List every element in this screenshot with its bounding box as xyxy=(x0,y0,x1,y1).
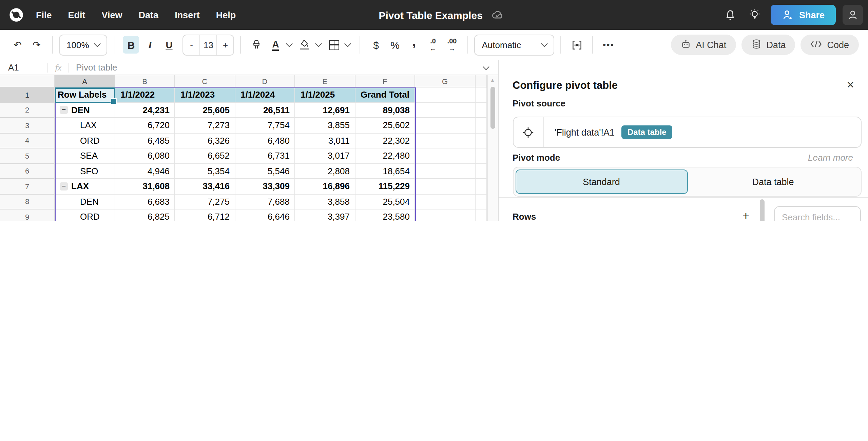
vertical-scrollbar-thumb[interactable] xyxy=(490,87,495,129)
cell-A1[interactable]: Row Labels xyxy=(55,87,115,103)
cell-F2[interactable]: 89,038 xyxy=(355,103,415,118)
underline-button[interactable]: U xyxy=(161,36,177,54)
fill-color-button[interactable] xyxy=(297,36,313,54)
cell-C7[interactable]: 33,416 xyxy=(175,179,235,194)
cell-E9[interactable]: 3,397 xyxy=(295,209,355,221)
cell-G3[interactable] xyxy=(415,118,475,133)
cell-C5[interactable]: 6,652 xyxy=(175,148,235,164)
cell-A5[interactable]: SEA xyxy=(55,148,115,164)
row-header-3[interactable]: 3 xyxy=(0,118,55,133)
learn-more-link[interactable]: Learn more xyxy=(808,153,853,163)
cell-G9[interactable] xyxy=(415,209,475,221)
paint-format-icon[interactable] xyxy=(249,36,265,54)
cell-D9[interactable]: 6,646 xyxy=(235,209,295,221)
cell-D4[interactable]: 6,480 xyxy=(235,133,295,148)
decrease-decimal-button[interactable]: .0← xyxy=(425,36,441,54)
cell-D2[interactable]: 26,511 xyxy=(235,103,295,118)
formula-bar-expand-chevron[interactable] xyxy=(482,63,489,70)
cell-C4[interactable]: 6,326 xyxy=(175,133,235,148)
redo-button[interactable]: ↷ xyxy=(28,36,45,54)
cell-D1[interactable]: 1/1/2024 xyxy=(235,87,295,103)
column-header-F[interactable]: F xyxy=(355,75,415,87)
search-fields-input[interactable] xyxy=(774,206,861,221)
text-color-chevron-icon[interactable] xyxy=(286,40,293,47)
text-overflow-icon[interactable] xyxy=(569,36,585,54)
number-format-select[interactable]: Automatic xyxy=(475,34,555,55)
cell-C6[interactable]: 5,354 xyxy=(175,164,235,179)
cell-F8[interactable]: 25,504 xyxy=(355,194,415,209)
row-header-7[interactable]: 7 xyxy=(0,179,55,194)
cell-E3[interactable]: 3,855 xyxy=(295,118,355,133)
cell-D5[interactable]: 6,731 xyxy=(235,148,295,164)
undo-button[interactable]: ↶ xyxy=(9,36,26,54)
document-title[interactable]: Pivot Table Examples xyxy=(379,9,483,21)
cell-B5[interactable]: 6,080 xyxy=(115,148,175,164)
italic-button[interactable]: I xyxy=(142,36,158,54)
cell-C2[interactable]: 25,605 xyxy=(175,103,235,118)
currency-format-button[interactable]: $ xyxy=(368,36,384,54)
spreadsheet-grid[interactable]: ABCDEFG1Row Labels1/1/20221/1/20231/1/20… xyxy=(0,75,498,221)
add-field-button[interactable]: + xyxy=(739,209,753,221)
scroll-up-arrow[interactable]: ▲ xyxy=(487,77,498,83)
column-header-D[interactable]: D xyxy=(235,75,295,87)
pivot-source-ref[interactable]: 'Flight data'!A1 xyxy=(555,127,615,137)
cell-A7[interactable]: −LAX xyxy=(55,179,115,194)
column-header-E[interactable]: E xyxy=(295,75,355,87)
cell-B3[interactable]: 6,720 xyxy=(115,118,175,133)
column-header-B[interactable]: B xyxy=(115,75,175,87)
cell-A3[interactable]: LAX xyxy=(55,118,115,133)
row-header-2[interactable]: 2 xyxy=(0,103,55,118)
column-header-A[interactable]: A xyxy=(55,75,115,87)
row-toggle-collapse[interactable]: − xyxy=(60,106,68,114)
pivot-mode-option-standard[interactable]: Standard xyxy=(515,169,688,194)
menu-view[interactable]: View xyxy=(102,10,122,20)
cell-B4[interactable]: 6,485 xyxy=(115,133,175,148)
pivot-mode-option-data-table[interactable]: Data table xyxy=(688,169,859,194)
cell-F5[interactable]: 22,480 xyxy=(355,148,415,164)
cell-F4[interactable]: 22,302 xyxy=(355,133,415,148)
cell-A9[interactable]: ORD xyxy=(55,209,115,221)
cell-A8[interactable]: DEN xyxy=(55,194,115,209)
borders-button[interactable] xyxy=(326,36,342,54)
row-header-9[interactable]: 9 xyxy=(0,209,55,221)
select-range-target-icon[interactable] xyxy=(513,117,544,147)
menu-help[interactable]: Help xyxy=(216,10,236,20)
cell-E6[interactable]: 2,808 xyxy=(295,164,355,179)
cell-B7[interactable]: 31,608 xyxy=(115,179,175,194)
feedback-lightbulb-icon[interactable] xyxy=(746,6,764,24)
row-toggle-collapse[interactable]: − xyxy=(60,182,68,191)
zoom-select[interactable]: 100% xyxy=(59,34,108,55)
cell-C8[interactable]: 7,275 xyxy=(175,194,235,209)
percent-format-button[interactable]: % xyxy=(387,36,403,54)
cell-D7[interactable]: 33,309 xyxy=(235,179,295,194)
vertical-scrollbar[interactable]: ▲ ▼ xyxy=(487,75,498,221)
cell-E7[interactable]: 16,896 xyxy=(295,179,355,194)
cell-B6[interactable]: 4,946 xyxy=(115,164,175,179)
cell-F3[interactable]: 25,602 xyxy=(355,118,415,133)
cell-C9[interactable]: 6,712 xyxy=(175,209,235,221)
pivot-source-box[interactable]: 'Flight data'!A1 Data table xyxy=(513,117,861,148)
close-icon[interactable]: ✕ xyxy=(847,79,854,90)
cell-G5[interactable] xyxy=(415,148,475,164)
cell-E5[interactable]: 3,017 xyxy=(295,148,355,164)
code-panel-button[interactable]: Code xyxy=(801,35,859,55)
more-options-button[interactable]: ••• xyxy=(601,36,617,54)
cell-G8[interactable] xyxy=(415,194,475,209)
cell-A4[interactable]: ORD xyxy=(55,133,115,148)
cell-C1[interactable]: 1/1/2023 xyxy=(175,87,235,103)
borders-chevron-icon[interactable] xyxy=(345,40,351,47)
share-button[interactable]: Share xyxy=(771,5,835,25)
cell-B9[interactable]: 6,825 xyxy=(115,209,175,221)
cell-F1[interactable]: Grand Total xyxy=(355,87,415,103)
cell-F7[interactable]: 115,229 xyxy=(355,179,415,194)
cell-B2[interactable]: 24,231 xyxy=(115,103,175,118)
cell-F6[interactable]: 18,654 xyxy=(355,164,415,179)
row-header-8[interactable]: 8 xyxy=(0,194,55,209)
cell-D3[interactable]: 7,754 xyxy=(235,118,295,133)
menu-data[interactable]: Data xyxy=(139,10,159,20)
cell-G1[interactable] xyxy=(415,87,475,103)
cell-E1[interactable]: 1/1/2025 xyxy=(295,87,355,103)
cell-D6[interactable]: 5,546 xyxy=(235,164,295,179)
app-logo-icon[interactable] xyxy=(9,7,24,22)
formula-input[interactable]: Pivot table xyxy=(69,62,117,73)
